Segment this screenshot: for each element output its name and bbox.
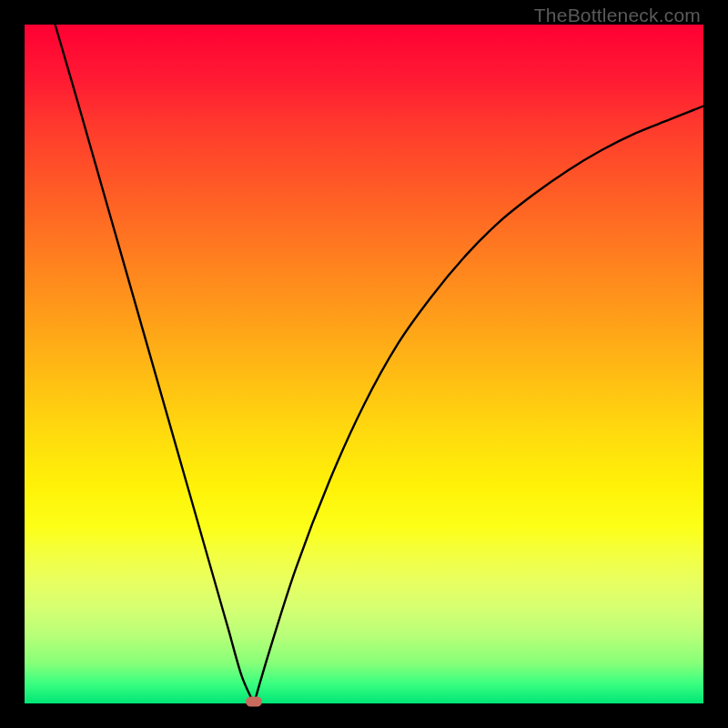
chart-frame — [25, 25, 703, 703]
minimum-marker — [246, 697, 262, 707]
watermark-text: TheBottleneck.com — [534, 5, 701, 26]
bottleneck-curve — [25, 25, 703, 703]
